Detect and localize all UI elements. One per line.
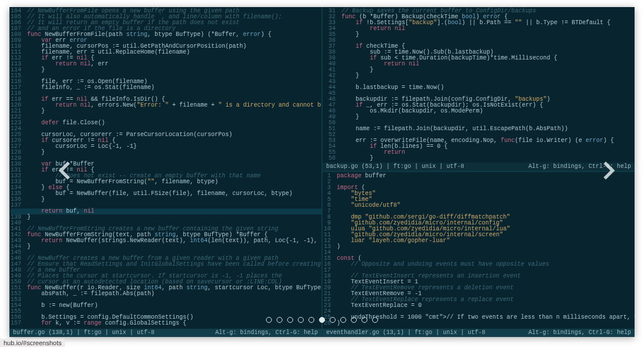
carousel-prev[interactable] <box>51 157 78 187</box>
carousel-dot[interactable] <box>277 317 282 323</box>
status-left-info: buffer.go (138,1) | ft:go | unix | utf-8 <box>13 329 155 337</box>
carousel-next[interactable] <box>596 157 623 187</box>
carousel-dots <box>9 317 635 323</box>
code-right-top[interactable]: 3132333435363738394041424344454647484950… <box>323 7 635 163</box>
editor-window: 1041051061071081091101111121131141151161… <box>9 7 635 337</box>
carousel-dot[interactable] <box>330 317 336 323</box>
carousel-dot[interactable] <box>362 317 367 323</box>
status-left-help: Alt-g: bindings, Ctrl-G: help <box>215 329 318 337</box>
status-rt-info: backup.go (53,1) | ft:go | unix | utf-8 <box>326 163 464 171</box>
pane-right-top: 3132333435363738394041424344454647484950… <box>323 7 635 171</box>
status-rb-info: eventhandler.go (13,1) | ft:go | unix | … <box>326 329 485 337</box>
carousel-dot[interactable] <box>298 317 304 323</box>
carousel-dot[interactable] <box>319 317 325 323</box>
carousel-dot[interactable] <box>308 317 314 323</box>
statusbar-right-bottom: eventhandler.go (13,1) | ft:go | unix | … <box>323 329 635 337</box>
pane-right: 3132333435363738394041424344454647484950… <box>323 7 635 337</box>
statusbar-left: buffer.go (138,1) | ft:go | unix | utf-8… <box>9 329 321 337</box>
url-preview: hub.io/#screenshots <box>0 339 65 347</box>
carousel-dot[interactable] <box>266 317 272 323</box>
carousel-dot[interactable] <box>287 317 293 323</box>
carousel-dot[interactable] <box>372 317 378 323</box>
carousel-dot[interactable] <box>340 317 346 323</box>
status-rb-help: Alt-g: bindings, Ctrl-G: help <box>528 329 631 337</box>
pane-right-bottom: 1234567891011121314151617181920212223242… <box>323 171 635 337</box>
statusbar-right-top: backup.go (53,1) | ft:go | unix | utf-8 … <box>323 163 635 171</box>
code-right-bottom[interactable]: 1234567891011121314151617181920212223242… <box>323 172 635 328</box>
carousel-dot[interactable] <box>351 317 357 323</box>
